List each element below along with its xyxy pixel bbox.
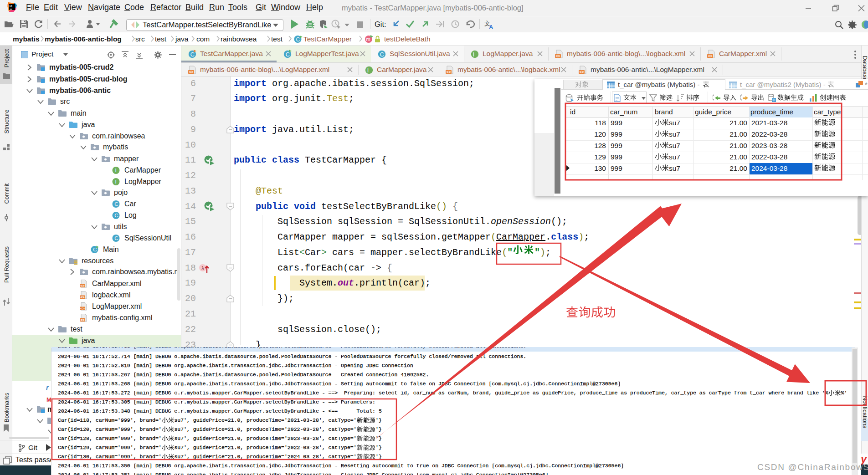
svg-text:<>: <> <box>80 306 85 311</box>
svg-text:C: C <box>114 235 118 241</box>
svg-text:IJ: IJ <box>10 5 12 8</box>
svg-text:C: C <box>93 247 97 252</box>
svg-text:C: C <box>380 51 384 58</box>
svg-text:C: C <box>114 213 118 218</box>
svg-text:I: I <box>115 179 116 184</box>
svg-text:λ: λ <box>201 266 205 272</box>
svg-text:I: I <box>115 168 116 173</box>
svg-text:<>: <> <box>447 70 451 74</box>
svg-text:A: A <box>489 24 493 30</box>
svg-text:C: C <box>296 36 300 43</box>
svg-text:<>: <> <box>556 54 560 58</box>
svg-text:<>: <> <box>580 70 584 74</box>
svg-text:<>: <> <box>80 284 85 288</box>
svg-text:<>: <> <box>80 318 85 322</box>
svg-text:I: I <box>473 51 474 58</box>
svg-text:<>: <> <box>189 70 194 74</box>
svg-text:<>: <> <box>80 295 85 299</box>
svg-text:<>: <> <box>708 54 713 58</box>
svg-text:m: m <box>366 36 370 42</box>
svg-text:I: I <box>367 67 369 74</box>
svg-text:C: C <box>114 201 118 207</box>
